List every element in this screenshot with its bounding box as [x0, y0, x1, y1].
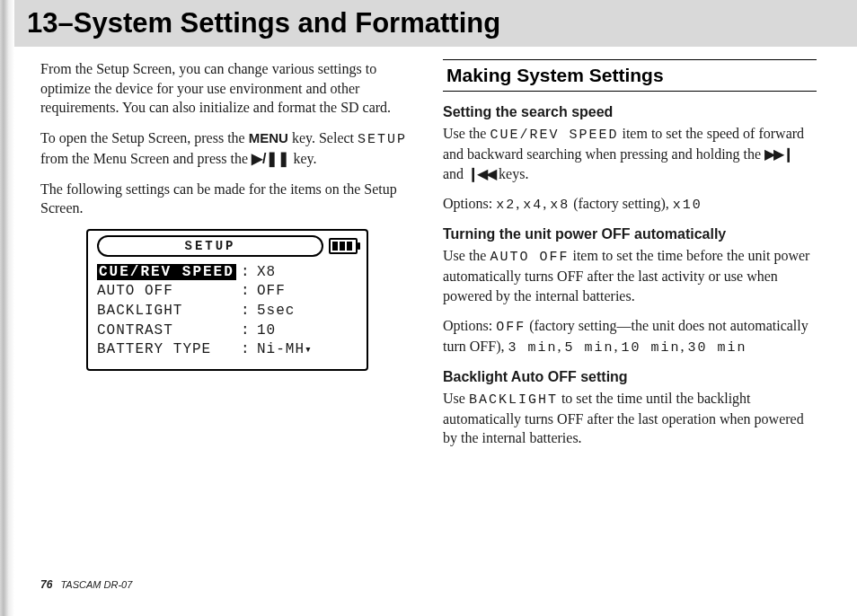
book-spine-shadow [0, 0, 14, 616]
search-speed-paragraph: Use the CUE/REV SPEED item to set the sp… [443, 124, 817, 183]
chapter-title: 13–System Settings and Formatting [27, 7, 500, 39]
lcd-row-label: AUTO OFF [97, 282, 241, 302]
search-speed-options: Options: x2, x4, x8 (factory setting), x… [443, 194, 817, 215]
intro-paragraph-1: From the Setup Screen, you can change va… [40, 59, 414, 118]
setup-code: SETUP [358, 132, 407, 147]
cue-rev-code: CUE/REV SPEED [490, 128, 618, 143]
lcd-row-label: CONTRAST [97, 321, 241, 341]
lcd-screenshot: SETUP CUE/REV SPEED : X8 AUTO [86, 229, 368, 371]
auto-off-paragraph: Use the AUTO OFF item to set the time be… [443, 246, 817, 305]
left-column: From the Setup Screen, you can change va… [40, 59, 414, 459]
menu-key-label: MENU [249, 130, 288, 145]
section-title-bar: Making System Settings [443, 59, 817, 92]
lcd-row-value: OFF [257, 282, 358, 302]
backlight-paragraph: Use BACKLIGHT to set the time until the … [443, 389, 817, 448]
rewind-icon: ❙◀◀ [467, 166, 495, 181]
intro-paragraph-3: The following settings can be made for t… [40, 180, 414, 218]
lcd-row: AUTO OFF : OFF [97, 282, 358, 302]
lcd-row-value: 10 [257, 321, 358, 341]
auto-off-options: Options: OFF (factory setting—the unit d… [443, 316, 817, 358]
subhead-auto-off: Turning the unit power OFF automatically [443, 226, 817, 242]
lcd-row-label: BATTERY TYPE [97, 340, 241, 360]
lcd-row: BATTERY TYPE : Ni-MH▾ [97, 340, 358, 360]
product-model: TASCAM DR-07 [60, 579, 132, 590]
lcd-row-label: BACKLIGHT [97, 302, 241, 321]
lcd-row: BACKLIGHT : 5sec [97, 302, 358, 321]
page-number: 76 [40, 578, 52, 591]
chevron-down-icon: ▾ [305, 343, 313, 356]
chapter-title-bar: 13–System Settings and Formatting [0, 0, 857, 47]
fast-forward-icon: ▶▶❙ [764, 146, 792, 162]
lcd-row: CONTRAST : 10 [97, 321, 358, 341]
lcd-title-pill: SETUP [97, 235, 323, 257]
lcd-row-label: CUE/REV SPEED [97, 264, 236, 280]
lcd-rows: CUE/REV SPEED : X8 AUTO OFF : OFF BACKLI… [97, 263, 358, 360]
section-title: Making System Settings [446, 65, 664, 85]
page-footer: 76 TASCAM DR-07 [40, 578, 132, 591]
lcd-title: SETUP [184, 239, 235, 253]
lcd-row-value: Ni-MH [257, 341, 305, 357]
subhead-search-speed: Setting the search speed [443, 104, 817, 120]
intro-paragraph-2: To open the Setup Screen, press the MENU… [40, 128, 414, 169]
lcd-row: CUE/REV SPEED : X8 [97, 263, 358, 283]
play-pause-icon: ▶/❚❚ [252, 151, 289, 166]
right-column: Making System Settings Setting the searc… [443, 59, 817, 459]
lcd-row-value: X8 [257, 263, 358, 283]
lcd-row-value: 5sec [257, 302, 358, 321]
backlight-code: BACKLIGHT [469, 392, 558, 408]
subhead-backlight: Backlight Auto OFF setting [443, 369, 817, 385]
battery-icon [329, 238, 358, 254]
auto-off-code: AUTO OFF [490, 250, 569, 265]
